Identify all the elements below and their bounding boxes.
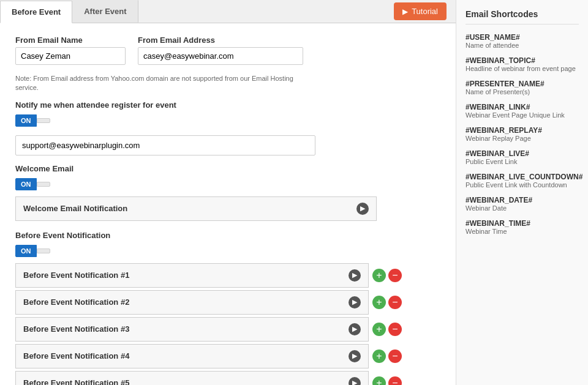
notification-label-5: Before Event Notification #5 (23, 378, 129, 385)
notification-arrow-2: ▶ (349, 296, 361, 308)
shortcode-desc-0: Name of attendee (466, 42, 579, 49)
notifications-list: Before Event Notification #1▶+−Before Ev… (15, 263, 440, 385)
tabs-bar: Before Event After Event ▶ Tutorial (0, 0, 456, 23)
notification-arrow-1: ▶ (349, 269, 361, 282)
before-event-label: Before Event Notification (15, 231, 440, 240)
welcome-toggle-off[interactable] (37, 182, 50, 187)
welcome-email-notification-row[interactable]: Welcome Email Notification ▶ (15, 196, 377, 221)
shortcode-desc-7: Webinar Date (466, 204, 579, 212)
shortcode-desc-1: Headline of webinar from event page (466, 65, 579, 72)
notification-bar-3[interactable]: Before Event Notification #3▶ (15, 317, 369, 342)
sidebar-title: Email Shortcodes (466, 9, 579, 24)
notification-add-btn-1[interactable]: + (372, 269, 386, 282)
shortcode-item-7: #WEBINAR_DATE#Webinar Date (466, 196, 579, 212)
before-event-toggle[interactable]: ON (15, 245, 50, 257)
notification-label-2: Before Event Notification #2 (23, 297, 129, 307)
form-area: From Email Name From Email Address Note:… (0, 23, 456, 385)
notification-bar-1[interactable]: Before Event Notification #1▶ (15, 263, 369, 288)
notification-arrow-4: ▶ (349, 350, 361, 362)
welcome-email-label: Welcome Email (15, 164, 440, 173)
shortcode-item-3: #WEBINAR_LINK#Webinar Event Page Unique … (466, 103, 579, 119)
shortcode-key-5: #WEBINAR_LIVE# (466, 149, 579, 158)
video-icon: ▶ (402, 7, 408, 16)
before-event-toggle-on[interactable]: ON (15, 245, 37, 257)
from-email-name-group: From Email Name (15, 36, 126, 65)
toggle-on-label[interactable]: ON (15, 114, 37, 127)
before-event-toggle-row: ON (15, 245, 440, 257)
shortcode-item-0: #USER_NAME#Name of attendee (466, 33, 579, 49)
shortcode-key-4: #WEBINAR_REPLAY# (466, 126, 579, 135)
notification-add-btn-5[interactable]: + (372, 376, 386, 385)
notify-email-input[interactable] (15, 135, 315, 155)
shortcode-desc-2: Name of Presenter(s) (466, 88, 579, 95)
shortcode-desc-4: Webinar Replay Page (466, 135, 579, 142)
shortcode-item-5: #WEBINAR_LIVE#Public Event Link (466, 149, 579, 165)
shortcode-item-8: #WEBINAR_TIME#Webinar Time (466, 219, 579, 235)
shortcode-desc-5: Public Event Link (466, 158, 579, 165)
notification-actions-3: +− (372, 323, 402, 336)
from-email-address-input[interactable] (138, 47, 303, 65)
shortcodes-list: #USER_NAME#Name of attendee#WEBINAR_TOPI… (466, 33, 579, 235)
welcome-toggle-row: ON (15, 178, 440, 190)
notification-row-4: Before Event Notification #4▶+− (15, 344, 440, 368)
notification-arrow-5: ▶ (349, 377, 361, 385)
notification-add-btn-4[interactable]: + (372, 349, 386, 363)
notification-add-btn-3[interactable]: + (372, 323, 386, 336)
shortcode-key-1: #WEBINAR_TOPIC# (466, 56, 579, 65)
notification-label-4: Before Event Notification #4 (23, 351, 129, 361)
notify-toggle-row: ON (15, 114, 440, 127)
shortcode-item-4: #WEBINAR_REPLAY#Webinar Replay Page (466, 126, 579, 142)
tab-before-event[interactable]: Before Event (0, 1, 72, 23)
notification-row-1: Before Event Notification #1▶+− (15, 263, 440, 288)
notification-actions-4: +− (372, 349, 402, 363)
from-email-address-label: From Email Address (138, 36, 303, 45)
shortcode-key-6: #WEBINAR_LIVE_COUNTDOWN# (466, 173, 579, 181)
notification-bar-5[interactable]: Before Event Notification #5▶ (15, 371, 369, 385)
shortcode-item-2: #PRESENTER_NAME#Name of Presenter(s) (466, 80, 579, 95)
from-email-name-label: From Email Name (15, 36, 126, 45)
welcome-notification-arrow: ▶ (356, 203, 369, 215)
notification-actions-1: +− (372, 269, 402, 282)
tutorial-button[interactable]: ▶ Tutorial (394, 2, 447, 20)
tab-after-event[interactable]: After Event (72, 0, 138, 23)
shortcode-item-1: #WEBINAR_TOPIC#Headline of webinar from … (466, 56, 579, 72)
shortcode-key-0: #USER_NAME# (466, 33, 579, 42)
toggle-off-label[interactable] (37, 118, 50, 123)
shortcode-key-8: #WEBINAR_TIME# (466, 219, 579, 228)
sidebar: Email Shortcodes #USER_NAME#Name of atte… (456, 0, 588, 385)
welcome-toggle[interactable]: ON (15, 178, 50, 190)
notification-add-btn-2[interactable]: + (372, 296, 386, 309)
shortcode-desc-3: Webinar Event Page Unique Link (466, 111, 579, 119)
shortcode-desc-6: Public Event Link with Countdown (466, 181, 579, 189)
shortcode-desc-8: Webinar Time (466, 228, 579, 235)
email-note: Note: From Email address from Yahoo.com … (15, 74, 309, 93)
notification-actions-2: +− (372, 296, 402, 309)
shortcode-key-3: #WEBINAR_LINK# (466, 103, 579, 111)
notification-remove-btn-3[interactable]: − (388, 323, 402, 336)
notification-remove-btn-5[interactable]: − (388, 376, 402, 385)
notification-remove-btn-1[interactable]: − (388, 269, 402, 282)
notification-bar-4[interactable]: Before Event Notification #4▶ (15, 344, 369, 368)
shortcode-key-2: #PRESENTER_NAME# (466, 80, 579, 88)
email-fields-row: From Email Name From Email Address (15, 36, 440, 65)
from-email-address-group: From Email Address (138, 36, 303, 65)
notification-arrow-3: ▶ (349, 323, 361, 335)
notification-bar-2[interactable]: Before Event Notification #2▶ (15, 290, 369, 315)
from-email-name-input[interactable] (15, 47, 126, 65)
notification-label-1: Before Event Notification #1 (23, 271, 129, 280)
shortcode-key-7: #WEBINAR_DATE# (466, 196, 579, 204)
notification-row-3: Before Event Notification #3▶+− (15, 317, 440, 342)
before-event-toggle-off[interactable] (37, 249, 50, 253)
notify-label: Notify me when attendee register for eve… (15, 100, 440, 110)
notification-actions-5: +− (372, 376, 402, 385)
shortcode-item-6: #WEBINAR_LIVE_COUNTDOWN#Public Event Lin… (466, 173, 579, 189)
notification-remove-btn-4[interactable]: − (388, 349, 402, 363)
notify-toggle[interactable]: ON (15, 114, 50, 127)
notification-label-3: Before Event Notification #3 (23, 324, 129, 334)
welcome-notification-label: Welcome Email Notification (23, 204, 127, 213)
notification-row-2: Before Event Notification #2▶+− (15, 290, 440, 315)
welcome-toggle-on[interactable]: ON (15, 178, 37, 190)
notification-row-5: Before Event Notification #5▶+− (15, 371, 440, 385)
notification-remove-btn-2[interactable]: − (388, 296, 402, 309)
